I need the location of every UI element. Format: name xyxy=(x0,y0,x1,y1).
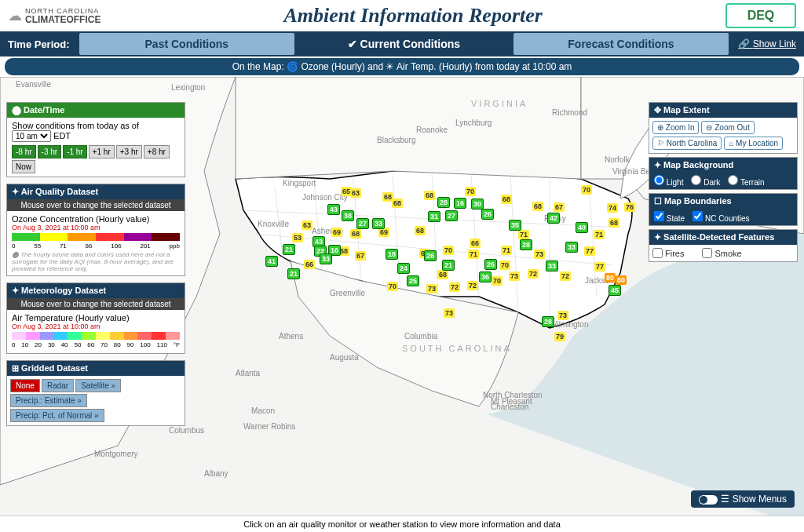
station-marker[interactable]: 71 xyxy=(594,230,605,239)
station-marker[interactable]: 68 xyxy=(424,191,435,200)
station-marker[interactable]: 24 xyxy=(397,263,410,274)
station-marker[interactable]: 68 xyxy=(392,199,403,208)
station-marker[interactable]: 27 xyxy=(445,210,458,221)
sat-check-smoke[interactable]: Smoke xyxy=(702,248,741,258)
station-marker[interactable]: 68 xyxy=(437,270,448,279)
time-btn-Now[interactable]: Now xyxy=(12,160,35,173)
station-marker[interactable]: 70 xyxy=(443,246,454,255)
time-btn--1hr[interactable]: -1 hr xyxy=(63,145,87,159)
station-marker[interactable]: 28 xyxy=(520,239,532,250)
gridded-btn-3[interactable]: Precip.: Estimate » xyxy=(10,394,87,407)
station-marker[interactable]: 41 xyxy=(265,256,278,267)
station-marker[interactable]: 71 xyxy=(518,230,529,239)
station-marker[interactable]: 26 xyxy=(424,250,437,261)
station-marker[interactable]: 68 xyxy=(532,202,543,211)
bg-radio-dark[interactable]: Dark xyxy=(691,175,720,187)
station-marker[interactable]: 67 xyxy=(554,202,565,212)
station-marker[interactable]: 80 xyxy=(616,275,627,285)
station-marker[interactable]: 70 xyxy=(581,185,592,195)
station-marker[interactable]: 66 xyxy=(470,239,481,248)
station-marker[interactable]: 21 xyxy=(283,244,295,255)
time-btn--3hr[interactable]: -3 hr xyxy=(38,145,62,159)
station-marker[interactable]: 73 xyxy=(444,308,455,318)
station-marker[interactable]: 30 xyxy=(471,199,484,210)
station-marker[interactable]: 73 xyxy=(557,311,568,320)
station-marker[interactable]: 74 xyxy=(607,203,618,213)
gridded-btn-1[interactable]: Radar xyxy=(42,379,74,392)
station-marker[interactable]: 77 xyxy=(584,246,595,256)
station-marker[interactable]: 33 xyxy=(372,218,385,229)
station-marker[interactable]: 31 xyxy=(428,211,440,222)
bg-radio-light[interactable]: Light xyxy=(654,175,683,187)
extent-btn-2[interactable]: ⚐ North Carolina xyxy=(652,137,722,150)
station-marker[interactable]: 71 xyxy=(468,250,479,259)
time-btn-+3hr[interactable]: +3 hr xyxy=(116,145,142,159)
station-marker[interactable]: 77 xyxy=(594,262,605,271)
station-marker[interactable]: 28 xyxy=(437,197,450,208)
station-marker[interactable]: 70 xyxy=(387,282,398,291)
tab-forecast[interactable]: Forecast Conditions xyxy=(513,33,729,55)
station-marker[interactable]: 33 xyxy=(546,261,558,271)
station-marker[interactable]: 42 xyxy=(547,213,560,224)
station-marker[interactable]: 21 xyxy=(287,268,300,279)
station-marker[interactable]: 80 xyxy=(605,273,616,282)
station-marker[interactable]: 33 xyxy=(565,242,578,253)
station-marker[interactable]: 72 xyxy=(449,282,460,292)
station-marker[interactable]: 36 xyxy=(479,271,492,282)
station-marker[interactable]: 79 xyxy=(554,332,565,341)
station-marker[interactable]: 26 xyxy=(481,209,494,220)
tab-current[interactable]: Current Conditions xyxy=(296,33,512,55)
time-btn--8hr[interactable]: -8 hr xyxy=(12,145,36,159)
station-marker[interactable]: 43 xyxy=(327,204,340,215)
station-marker[interactable]: 68 xyxy=(608,218,619,228)
time-btn-+8hr[interactable]: +8 hr xyxy=(144,145,170,159)
station-marker[interactable]: 73 xyxy=(426,284,437,293)
station-marker[interactable]: 38 xyxy=(342,210,354,221)
station-marker[interactable]: 16 xyxy=(454,198,466,209)
show-menus-button[interactable]: ☰ Show Menus xyxy=(691,490,795,508)
station-marker[interactable]: 40 xyxy=(576,222,588,233)
gridded-btn-2[interactable]: Satellite » xyxy=(75,379,121,392)
gridded-btn-4[interactable]: Precip: Pct. of Normal » xyxy=(10,409,104,422)
station-marker[interactable]: 67 xyxy=(355,251,366,261)
station-marker[interactable]: 35 xyxy=(509,220,521,231)
station-marker[interactable]: 27 xyxy=(356,218,369,229)
station-marker[interactable]: 70 xyxy=(492,276,502,286)
extent-btn-0[interactable]: ⊕ Zoom In xyxy=(652,121,699,134)
station-marker[interactable]: 72 xyxy=(528,269,539,279)
gridded-btn-0[interactable]: None xyxy=(10,379,40,392)
station-marker[interactable]: 66 xyxy=(304,260,315,269)
station-marker[interactable]: 76 xyxy=(624,202,635,212)
station-marker[interactable]: 71 xyxy=(501,246,512,255)
station-marker[interactable]: 68 xyxy=(350,229,361,239)
show-link[interactable]: Show Link xyxy=(730,34,804,54)
time-select[interactable]: 10 am xyxy=(12,130,51,142)
station-marker[interactable]: 25 xyxy=(407,275,419,286)
bound-check-state[interactable]: State xyxy=(654,211,685,223)
station-marker[interactable]: 69 xyxy=(331,228,342,237)
station-marker[interactable]: 63 xyxy=(350,188,361,198)
bound-check-nc-counties[interactable]: NC Counties xyxy=(693,211,749,223)
station-marker[interactable]: 21 xyxy=(442,260,455,271)
extent-btn-1[interactable]: ⊖ Zoom Out xyxy=(701,121,754,134)
station-marker[interactable]: 28 xyxy=(542,316,554,327)
station-marker[interactable]: 70 xyxy=(499,261,510,270)
station-marker[interactable]: 73 xyxy=(534,250,545,259)
tab-past[interactable]: Past Conditions xyxy=(79,33,295,55)
station-marker[interactable]: 53 xyxy=(292,233,303,242)
station-marker[interactable]: 68 xyxy=(501,195,512,204)
station-marker[interactable]: 33 xyxy=(320,253,332,264)
extent-btn-3[interactable]: ⌂ My Location xyxy=(724,137,783,150)
time-btn-+1hr[interactable]: +1 hr xyxy=(89,145,115,159)
station-marker[interactable]: 45 xyxy=(608,285,621,296)
station-marker[interactable]: 18 xyxy=(386,249,398,260)
station-marker[interactable]: 26 xyxy=(484,259,497,270)
bg-radio-terrain[interactable]: Terrain xyxy=(728,175,764,187)
station-marker[interactable]: 70 xyxy=(465,187,476,196)
map-container[interactable]: KnoxvilleLexingtonEvansvilleKingsportRoa… xyxy=(0,77,804,528)
station-marker[interactable]: 68 xyxy=(415,226,426,235)
station-marker[interactable]: 72 xyxy=(467,281,478,290)
sat-check-fires[interactable]: Fires xyxy=(652,248,684,258)
station-marker[interactable]: 63 xyxy=(302,220,312,230)
station-marker[interactable]: 73 xyxy=(509,271,520,281)
